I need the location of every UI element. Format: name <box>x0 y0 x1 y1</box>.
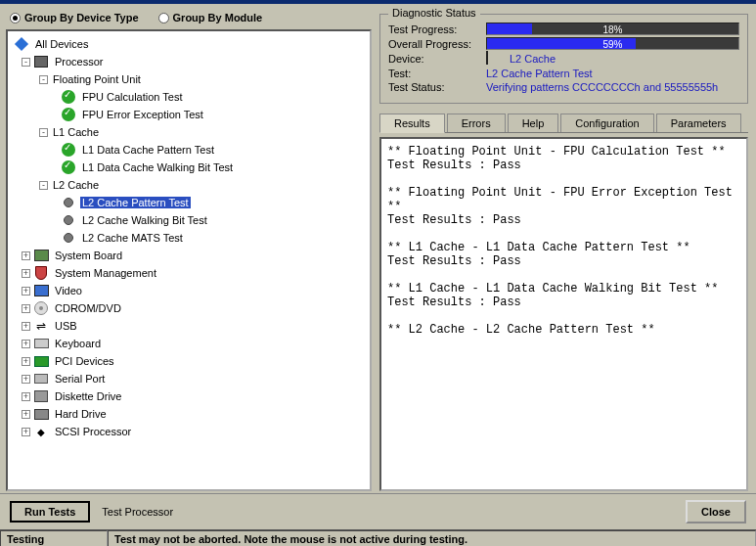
cpu-icon <box>486 51 488 65</box>
collapse-icon[interactable]: - <box>39 75 48 84</box>
expand-icon[interactable]: + <box>22 269 30 278</box>
progress-text: 59% <box>487 38 738 49</box>
status-left: Testing <box>0 530 108 546</box>
tree-test-selected[interactable]: L2 Cache Pattern Test <box>10 194 368 211</box>
tree-test[interactable]: L2 Cache MATS Test <box>10 229 368 247</box>
device-value: L2 Cache <box>510 53 556 65</box>
test-progress-label: Test Progress: <box>388 23 486 35</box>
collapse-icon[interactable]: - <box>39 128 48 137</box>
group-by-device-radio[interactable]: Group By Device Type <box>10 12 139 23</box>
check-icon <box>62 108 75 121</box>
tree-pci[interactable]: + PCI Devices <box>10 352 368 370</box>
pending-icon <box>64 198 73 207</box>
tree-video[interactable]: + Video <box>10 282 368 299</box>
radio-icon <box>10 13 21 23</box>
monitor-icon <box>34 285 49 296</box>
test-progress-bar: 18% <box>486 23 739 35</box>
tree-cdrom[interactable]: + CDROM/DVD <box>10 299 368 317</box>
tree-l1[interactable]: - L1 Cache <box>10 123 368 141</box>
tree-system-board[interactable]: + System Board <box>10 247 368 264</box>
tree-test[interactable]: L1 Data Cache Walking Bit Test <box>10 159 368 176</box>
radio-label: Group By Module <box>173 12 263 23</box>
close-button[interactable]: Close <box>686 500 746 523</box>
tree-l2[interactable]: - L2 Cache <box>10 176 368 194</box>
radio-label: Group By Device Type <box>24 12 139 23</box>
tree-test[interactable]: FPU Calculation Test <box>10 88 368 106</box>
pending-icon <box>64 215 73 225</box>
pci-icon <box>34 356 49 367</box>
tree-keyboard[interactable]: + Keyboard <box>10 335 368 352</box>
tree-test[interactable]: L1 Data Cache Pattern Test <box>10 141 368 159</box>
check-icon <box>62 90 75 104</box>
collapse-icon[interactable]: - <box>22 58 30 67</box>
expand-icon[interactable]: + <box>22 340 30 348</box>
pending-icon <box>64 233 73 243</box>
tree-usb[interactable]: + ⇌ USB <box>10 317 368 335</box>
expand-icon[interactable]: + <box>22 357 30 366</box>
tab-configuration[interactable]: Configuration <box>560 114 653 132</box>
tree-system-management[interactable]: + System Management <box>10 264 368 282</box>
test-processor-label: Test Processor <box>102 506 173 518</box>
diamond-icon <box>15 37 28 51</box>
usb-icon: ⇌ <box>33 318 49 334</box>
check-icon <box>62 160 75 174</box>
tree-fpu[interactable]: - Floating Point Unit <box>10 70 368 88</box>
expand-icon[interactable]: + <box>22 375 30 384</box>
tab-bar: Results Errors Help Configuration Parame… <box>379 114 748 133</box>
overall-progress-bar: 59% <box>486 37 739 50</box>
check-icon <box>62 143 75 157</box>
group-by-options: Group By Device Type Group By Module <box>2 6 376 29</box>
tree-scsi[interactable]: + ◆ SCSI Processor <box>10 423 368 440</box>
test-value: L2 Cache Pattern Test <box>486 68 593 79</box>
serial-icon <box>34 374 48 384</box>
expand-icon[interactable]: + <box>22 287 30 296</box>
device-tree[interactable]: All Devices - Processor - Floating Point… <box>6 29 372 491</box>
diskette-icon <box>34 390 48 402</box>
device-label: Device: <box>388 53 486 65</box>
scsi-icon: ◆ <box>33 424 49 439</box>
run-tests-button[interactable]: Run Tests <box>10 501 90 523</box>
expand-icon[interactable]: + <box>22 251 30 260</box>
tab-help[interactable]: Help <box>508 114 559 132</box>
group-by-module-radio[interactable]: Group By Module <box>158 12 263 23</box>
tree-processor[interactable]: - Processor <box>10 53 368 70</box>
shield-icon <box>35 266 47 280</box>
expand-icon[interactable]: + <box>22 428 30 436</box>
status-label: Test Status: <box>388 81 486 93</box>
radio-icon <box>158 13 169 23</box>
expand-icon[interactable]: + <box>22 322 30 331</box>
cpu-icon <box>34 56 48 68</box>
tree-test[interactable]: L2 Cache Walking Bit Test <box>10 211 368 229</box>
progress-text: 18% <box>487 23 738 34</box>
collapse-icon[interactable]: - <box>39 181 48 190</box>
button-bar: Run Tests Test Processor Close <box>0 493 756 529</box>
hard-drive-icon <box>34 409 49 420</box>
expand-icon[interactable]: + <box>22 304 30 313</box>
tree-root[interactable]: All Devices <box>10 35 368 53</box>
tree-hard-drive[interactable]: + Hard Drive <box>10 405 368 423</box>
tab-parameters[interactable]: Parameters <box>656 114 741 132</box>
diagnostic-status-group: Diagnostic Status Test Progress: 18% Ove… <box>379 14 748 104</box>
tree-diskette[interactable]: + Diskette Drive <box>10 387 368 405</box>
status-value: Verifying patterns CCCCCCCCh and 5555555… <box>486 81 718 93</box>
expand-icon[interactable]: + <box>22 392 30 401</box>
disc-icon <box>34 301 48 315</box>
group-legend: Diagnostic Status <box>388 7 480 19</box>
tree-serial[interactable]: + Serial Port <box>10 370 368 387</box>
expand-icon[interactable]: + <box>22 410 30 419</box>
results-output[interactable]: ** Floating Point Unit - FPU Calculation… <box>379 137 748 491</box>
keyboard-icon <box>34 339 49 348</box>
tab-errors[interactable]: Errors <box>447 114 506 132</box>
board-icon <box>34 250 49 261</box>
overall-progress-label: Overall Progress: <box>388 38 486 50</box>
status-right: Test may not be aborted. Note the mouse … <box>108 530 756 546</box>
status-bar: Testing Test may not be aborted. Note th… <box>0 529 756 546</box>
tree-test[interactable]: FPU Error Exception Test <box>10 106 368 123</box>
test-label: Test: <box>388 68 486 79</box>
tab-results[interactable]: Results <box>379 114 445 133</box>
